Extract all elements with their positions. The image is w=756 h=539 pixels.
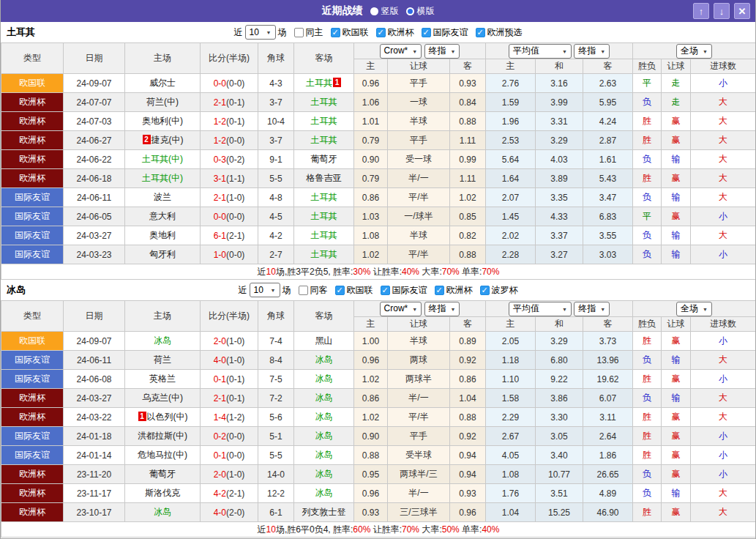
avg-home: 1.08 [486,465,536,484]
team-name: 冰岛 [315,431,333,441]
competition-label: 欧洲杯 [446,284,473,297]
scope-select[interactable]: 全场 [676,302,712,316]
result-handicap: 赢 [662,446,691,465]
layout-vertical-option[interactable]: 竖版 [370,5,399,18]
same-venue-label: 同客 [310,284,328,297]
away-team: 冰岛 [294,408,354,427]
radio-checked-icon[interactable] [406,7,414,15]
avg-draw: 3.35 [536,188,583,207]
competition-checkbox[interactable] [480,286,490,295]
avg-home: 1.64 [486,169,536,188]
team-name: 荷兰 [154,354,171,365]
filter-bar: 近 10 场 同客 欧国联 国际友谊 欧洲杯 波罗杯 [239,283,518,297]
match-count-select[interactable]: 10 [245,25,276,40]
odds-time-select[interactable]: 终指 [424,44,460,59]
competition-checkbox[interactable] [435,286,444,295]
avg-home: 4.05 [486,446,536,465]
odds-handicap: 受半球 [388,446,450,465]
odds-home: 0.93 [354,503,388,522]
match-rows: 欧国联24-09-07威尔士0-0(0-0)4-3土耳其10.96平手0.932… [1,74,756,264]
competition-checkbox[interactable] [476,28,485,37]
competition-type-badge: 国际友谊 [1,427,64,446]
home-team: 2捷克(中) [125,131,201,150]
result-goals: 大 [691,131,756,150]
odds-handicap: 平/半 [388,245,450,264]
radio-unchecked-icon[interactable] [370,7,378,15]
same-venue-checkbox[interactable] [299,286,308,295]
match-score: 3-1(1-1) [201,169,258,188]
competition-checkbox[interactable] [381,286,390,295]
away-team: 土耳其 [294,188,354,207]
result-handicap: 输 [662,389,691,408]
move-up-button[interactable]: ↑ [693,3,709,19]
result-outcome: 负 [633,188,662,207]
team-name: 格鲁吉亚 [307,173,342,183]
avg-time-select[interactable]: 终指 [574,302,610,316]
col-result-handicap: 让球 [662,317,691,332]
competition-checkbox[interactable] [335,286,345,295]
away-team: 列支敦士登 [294,503,354,522]
odds-away: 0.89 [450,332,486,351]
odds-handicap: 两球半 [388,370,450,389]
corner-score: 4-8 [258,188,294,207]
titlebar-center: 近期战绩 竖版 横版 [1,4,755,18]
odds-away: 0.88 [450,245,486,264]
chevron-down-icon [451,45,456,57]
result-goals: 大 [691,112,756,131]
fulltime-score: 4-0 [214,508,226,518]
odds-away: 0.92 [450,351,486,370]
away-team: 冰岛 [294,389,354,408]
competition-checkbox[interactable] [331,28,340,37]
away-team: 葡萄牙 [294,150,354,169]
team-name: 冰岛 [315,354,333,365]
avg-home: 2.28 [486,245,536,264]
corner-score: 7-5 [258,370,294,389]
team-name: 危地马拉(中) [138,450,187,460]
move-down-button[interactable]: ↓ [714,3,730,19]
rank-badge: 1 [138,412,146,421]
odds-source-select[interactable]: Crow* [380,302,422,316]
home-team: 荷兰 [125,351,201,370]
layout-horizontal-option[interactable]: 横版 [406,5,435,18]
close-button[interactable]: ✕ [734,3,750,19]
result-goals: 大 [691,503,756,522]
away-team: 土耳其 [294,207,354,226]
odds-handicap: 平/半 [388,188,450,207]
avg-draw: 15.25 [536,503,583,522]
scope-select[interactable]: 全场 [676,44,712,59]
result-outcome: 平 [633,74,662,93]
avg-time-select[interactable]: 终指 [574,44,610,59]
competition-label: 欧洲预选 [487,26,523,39]
competition-checkbox[interactable] [376,28,386,37]
halftime-score: (0-2) [226,155,244,165]
team-name: 土耳其 [311,249,337,259]
halftime-score: (2-1) [226,231,244,241]
competition-type-badge: 国际友谊 [1,226,64,245]
fulltime-score: 0-1 [214,374,226,384]
odds-source-select[interactable]: Crow* [380,44,422,59]
close-icon: ✕ [738,6,746,17]
avg-source-select[interactable]: 平均值 [509,302,572,316]
col-score: 比分(半场) [201,43,258,74]
result-outcome: 胜 [633,446,662,465]
result-outcome: 胜 [633,131,662,150]
odds-group-header: Crow* 终指 [354,301,486,317]
avg-draw: 3.29 [536,131,583,150]
odds-home: 1.08 [354,226,388,245]
same-venue-checkbox[interactable] [294,28,304,37]
result-handicap: 输 [662,226,691,245]
odds-handicap: 两球 [388,351,450,370]
fulltime-score: 1-2 [214,135,226,146]
halftime-score: (1-0) [226,193,244,203]
match-count-select[interactable]: 10 [250,283,280,297]
chevron-down-icon [412,45,417,57]
avg-source-select[interactable]: 平均值 [509,44,572,59]
match-score: 2-1(0-1) [201,93,258,112]
odds-home: 1.06 [354,93,388,112]
summary-row: 近10场,胜6平0负4, 胜率:60% 让胜率:70% 大率:50% 单率:40… [1,522,756,538]
result-goals: 小 [691,446,756,465]
odds-time-select[interactable]: 终指 [424,302,460,316]
competition-checkbox[interactable] [422,28,431,37]
halftime-score: (0-0) [226,212,244,222]
fulltime-score: 2-0 [214,336,226,346]
